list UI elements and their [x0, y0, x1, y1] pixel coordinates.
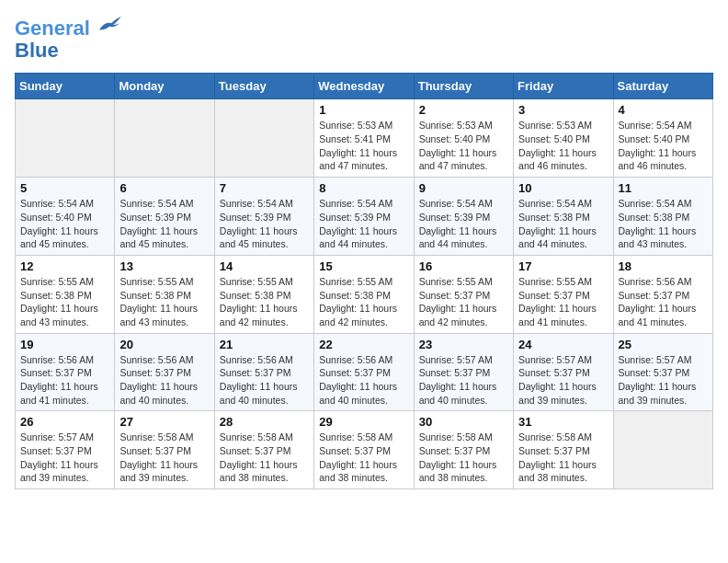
day-info: Sunrise: 5:54 AMSunset: 5:39 PMDaylight:…	[319, 197, 408, 251]
day-info: Sunrise: 5:57 AMSunset: 5:37 PMDaylight:…	[20, 431, 109, 485]
day-number: 4	[619, 103, 708, 117]
day-number: 8	[319, 181, 408, 195]
day-info: Sunrise: 5:58 AMSunset: 5:37 PMDaylight:…	[419, 431, 508, 485]
day-info: Sunrise: 5:58 AMSunset: 5:37 PMDaylight:…	[119, 431, 209, 485]
day-info: Sunrise: 5:55 AMSunset: 5:38 PMDaylight:…	[220, 275, 309, 329]
day-info: Sunrise: 5:54 AMSunset: 5:39 PMDaylight:…	[119, 197, 209, 251]
calendar-cell	[115, 99, 214, 178]
day-info: Sunrise: 5:56 AMSunset: 5:37 PMDaylight:…	[319, 353, 408, 408]
calendar-cell: 2Sunrise: 5:53 AMSunset: 5:40 PMDaylight…	[414, 99, 513, 178]
calendar-cell: 9Sunrise: 5:54 AMSunset: 5:39 PMDaylight…	[414, 178, 513, 256]
calendar-cell: 16Sunrise: 5:55 AMSunset: 5:37 PMDayligh…	[414, 255, 513, 333]
day-info: Sunrise: 5:57 AMSunset: 5:37 PMDaylight:…	[419, 353, 508, 408]
day-number: 23	[419, 338, 508, 351]
day-number: 21	[220, 338, 309, 351]
calendar-cell: 31Sunrise: 5:58 AMSunset: 5:37 PMDayligh…	[514, 411, 613, 489]
day-number: 28	[220, 415, 309, 429]
header-friday: Friday	[514, 74, 613, 99]
day-info: Sunrise: 5:55 AMSunset: 5:38 PMDaylight:…	[319, 275, 408, 329]
day-number: 3	[518, 103, 608, 117]
day-info: Sunrise: 5:56 AMSunset: 5:37 PMDaylight:…	[119, 353, 209, 408]
calendar-cell: 11Sunrise: 5:54 AMSunset: 5:38 PMDayligh…	[613, 178, 712, 256]
calendar-cell: 14Sunrise: 5:55 AMSunset: 5:38 PMDayligh…	[214, 255, 313, 333]
day-number: 6	[119, 181, 209, 195]
day-info: Sunrise: 5:56 AMSunset: 5:37 PMDaylight:…	[619, 275, 708, 329]
logo: General Blue	[15, 15, 123, 62]
day-info: Sunrise: 5:57 AMSunset: 5:37 PMDaylight:…	[518, 353, 608, 408]
calendar-week-4: 19Sunrise: 5:56 AMSunset: 5:37 PMDayligh…	[16, 333, 713, 411]
day-info: Sunrise: 5:57 AMSunset: 5:37 PMDaylight:…	[619, 353, 708, 408]
calendar-cell: 26Sunrise: 5:57 AMSunset: 5:37 PMDayligh…	[16, 411, 115, 489]
calendar-week-5: 26Sunrise: 5:57 AMSunset: 5:37 PMDayligh…	[16, 411, 713, 489]
day-number: 25	[619, 338, 708, 351]
day-number: 30	[419, 415, 508, 429]
day-info: Sunrise: 5:54 AMSunset: 5:40 PMDaylight:…	[619, 119, 708, 173]
logo-blue: Blue	[15, 40, 123, 62]
day-number: 29	[319, 415, 408, 429]
calendar-cell: 8Sunrise: 5:54 AMSunset: 5:39 PMDaylight…	[314, 178, 414, 256]
day-number: 27	[119, 415, 209, 429]
calendar-cell	[613, 411, 712, 489]
calendar-cell: 5Sunrise: 5:54 AMSunset: 5:40 PMDaylight…	[16, 178, 115, 256]
day-number: 10	[518, 181, 608, 195]
calendar-cell: 6Sunrise: 5:54 AMSunset: 5:39 PMDaylight…	[115, 178, 214, 256]
day-info: Sunrise: 5:58 AMSunset: 5:37 PMDaylight:…	[518, 431, 608, 485]
day-number: 24	[518, 338, 608, 351]
calendar-cell: 1Sunrise: 5:53 AMSunset: 5:41 PMDaylight…	[314, 99, 414, 178]
header-wednesday: Wednesday	[314, 74, 414, 99]
day-info: Sunrise: 5:58 AMSunset: 5:37 PMDaylight:…	[319, 431, 408, 485]
header-tuesday: Tuesday	[214, 74, 313, 99]
calendar-cell: 29Sunrise: 5:58 AMSunset: 5:37 PMDayligh…	[314, 411, 414, 489]
calendar-cell: 22Sunrise: 5:56 AMSunset: 5:37 PMDayligh…	[314, 333, 414, 411]
day-number: 15	[319, 259, 408, 273]
calendar-cell: 15Sunrise: 5:55 AMSunset: 5:38 PMDayligh…	[314, 255, 414, 333]
day-number: 19	[20, 338, 109, 351]
calendar-cell: 30Sunrise: 5:58 AMSunset: 5:37 PMDayligh…	[414, 411, 513, 489]
day-number: 17	[518, 259, 608, 273]
calendar-cell: 21Sunrise: 5:56 AMSunset: 5:37 PMDayligh…	[214, 333, 313, 411]
header-monday: Monday	[115, 74, 214, 99]
day-info: Sunrise: 5:56 AMSunset: 5:37 PMDaylight:…	[20, 353, 109, 408]
day-number: 13	[119, 259, 209, 273]
logo-general: General	[15, 17, 90, 40]
day-info: Sunrise: 5:58 AMSunset: 5:37 PMDaylight:…	[220, 431, 309, 485]
day-info: Sunrise: 5:54 AMSunset: 5:39 PMDaylight:…	[419, 197, 508, 251]
day-number: 26	[20, 415, 109, 429]
calendar-cell: 20Sunrise: 5:56 AMSunset: 5:37 PMDayligh…	[115, 333, 214, 411]
header-thursday: Thursday	[414, 74, 513, 99]
calendar-cell: 25Sunrise: 5:57 AMSunset: 5:37 PMDayligh…	[613, 333, 712, 411]
calendar-cell	[214, 99, 313, 178]
calendar-header-row: SundayMondayTuesdayWednesdayThursdayFrid…	[16, 74, 713, 99]
calendar-week-2: 5Sunrise: 5:54 AMSunset: 5:40 PMDaylight…	[16, 178, 713, 256]
day-info: Sunrise: 5:54 AMSunset: 5:38 PMDaylight:…	[518, 197, 608, 251]
logo-text: General	[15, 15, 123, 40]
day-number: 11	[619, 181, 708, 195]
day-number: 7	[220, 181, 309, 195]
header-sunday: Sunday	[16, 74, 115, 99]
day-number: 12	[20, 259, 109, 273]
calendar-cell: 10Sunrise: 5:54 AMSunset: 5:38 PMDayligh…	[514, 178, 613, 256]
calendar-cell: 23Sunrise: 5:57 AMSunset: 5:37 PMDayligh…	[414, 333, 513, 411]
day-number: 18	[619, 259, 708, 273]
day-info: Sunrise: 5:55 AMSunset: 5:37 PMDaylight:…	[419, 275, 508, 329]
day-number: 5	[20, 181, 109, 195]
calendar-week-3: 12Sunrise: 5:55 AMSunset: 5:38 PMDayligh…	[16, 255, 713, 333]
calendar-cell: 3Sunrise: 5:53 AMSunset: 5:40 PMDaylight…	[514, 99, 613, 178]
calendar-cell: 17Sunrise: 5:55 AMSunset: 5:37 PMDayligh…	[514, 255, 613, 333]
day-info: Sunrise: 5:56 AMSunset: 5:37 PMDaylight:…	[220, 353, 309, 408]
calendar-cell: 24Sunrise: 5:57 AMSunset: 5:37 PMDayligh…	[514, 333, 613, 411]
calendar-cell: 13Sunrise: 5:55 AMSunset: 5:38 PMDayligh…	[115, 255, 214, 333]
calendar-week-1: 1Sunrise: 5:53 AMSunset: 5:41 PMDaylight…	[16, 99, 713, 178]
day-info: Sunrise: 5:54 AMSunset: 5:38 PMDaylight:…	[619, 197, 708, 251]
calendar-cell: 18Sunrise: 5:56 AMSunset: 5:37 PMDayligh…	[613, 255, 712, 333]
calendar-cell: 4Sunrise: 5:54 AMSunset: 5:40 PMDaylight…	[613, 99, 712, 178]
day-info: Sunrise: 5:54 AMSunset: 5:39 PMDaylight:…	[220, 197, 309, 251]
calendar-cell: 19Sunrise: 5:56 AMSunset: 5:37 PMDayligh…	[16, 333, 115, 411]
day-info: Sunrise: 5:53 AMSunset: 5:40 PMDaylight:…	[419, 119, 508, 173]
day-number: 22	[319, 338, 408, 351]
day-number: 20	[119, 338, 209, 351]
logo-bird-icon	[97, 15, 123, 35]
calendar-cell: 28Sunrise: 5:58 AMSunset: 5:37 PMDayligh…	[214, 411, 313, 489]
day-info: Sunrise: 5:55 AMSunset: 5:38 PMDaylight:…	[20, 275, 109, 329]
calendar-cell	[16, 99, 115, 178]
